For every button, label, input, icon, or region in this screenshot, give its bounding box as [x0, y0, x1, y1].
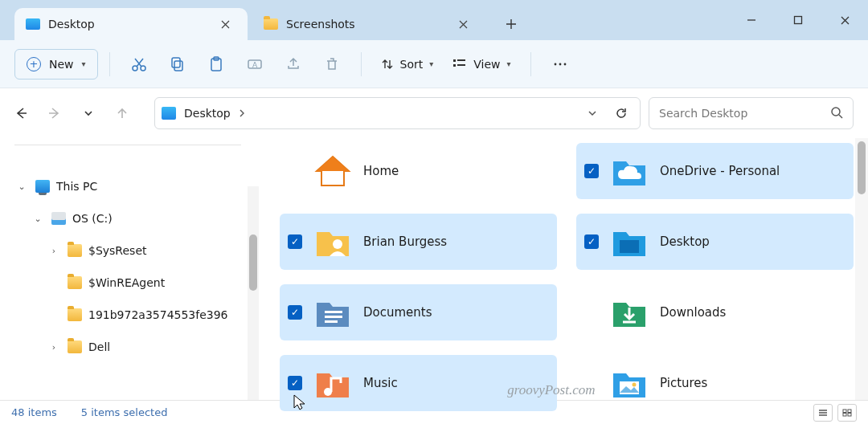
- checkbox-checked[interactable]: ✓: [288, 234, 302, 249]
- copy-icon: [170, 56, 186, 72]
- expand-icon[interactable]: ›: [47, 342, 61, 353]
- tree-label: $SysReset: [88, 244, 146, 257]
- checkbox-empty[interactable]: [584, 305, 599, 320]
- forward-button[interactable]: [39, 97, 71, 129]
- back-button[interactable]: [5, 97, 37, 129]
- tab-desktop[interactable]: Desktop: [14, 8, 248, 40]
- item-brian-burgess[interactable]: ✓ Brian Burgess: [280, 214, 557, 270]
- checkbox-empty[interactable]: [288, 164, 302, 178]
- minimize-icon: [747, 15, 756, 25]
- rename-icon: A: [247, 56, 263, 72]
- tab-label: Desktop: [48, 18, 95, 31]
- breadcrumb-label: Desktop: [184, 107, 231, 120]
- delete-button[interactable]: [314, 49, 350, 80]
- maximize-icon: [793, 15, 803, 25]
- refresh-icon: [615, 107, 628, 120]
- tree-node-sysreset[interactable]: › $SysReset: [3, 234, 256, 267]
- tab-close-button[interactable]: [452, 13, 474, 35]
- svg-point-11: [554, 63, 556, 65]
- folder-icon: [68, 308, 82, 321]
- item-desktop[interactable]: ✓ Desktop: [576, 214, 854, 270]
- search-placeholder: Search Desktop: [659, 107, 747, 120]
- chevron-down-icon: ▾: [507, 59, 511, 68]
- item-label: Documents: [363, 305, 432, 320]
- cursor-icon: [293, 393, 307, 411]
- close-window-button[interactable]: [821, 0, 868, 40]
- checkbox-checked[interactable]: ✓: [288, 305, 302, 320]
- item-downloads[interactable]: Downloads: [576, 284, 854, 340]
- collapse-icon[interactable]: ⌄: [31, 214, 45, 224]
- minimize-button[interactable]: [728, 0, 775, 40]
- title-bar: Desktop Screenshots: [0, 0, 868, 40]
- tree-node-this-pc[interactable]: ⌄ This PC: [3, 170, 256, 202]
- close-icon: [221, 20, 230, 29]
- tab-screenshots[interactable]: Screenshots: [252, 8, 485, 40]
- refresh-button[interactable]: [609, 97, 633, 129]
- up-button[interactable]: [106, 97, 138, 129]
- desktop-icon: [26, 18, 40, 30]
- share-button[interactable]: [276, 49, 311, 80]
- collapse-icon[interactable]: ⌄: [14, 181, 29, 192]
- downloads-folder-icon: [610, 295, 649, 330]
- tree-node-os-c[interactable]: ⌄ OS (C:): [3, 202, 256, 234]
- chevron-down-icon: [84, 108, 93, 118]
- item-label: Brian Burgess: [363, 234, 447, 249]
- recent-locations-button[interactable]: [72, 97, 104, 129]
- tree-node-longfolder[interactable]: 191b972a3574553fe396: [3, 299, 256, 331]
- plus-circle-icon: +: [27, 57, 41, 71]
- new-button[interactable]: + New ▾: [14, 49, 98, 80]
- svg-rect-25: [843, 413, 846, 416]
- checkbox-checked[interactable]: ✓: [584, 164, 599, 178]
- maximize-button[interactable]: [775, 0, 821, 40]
- tree-label: $WinREAgent: [88, 276, 165, 289]
- item-count: 48 items: [11, 406, 57, 418]
- scrollbar-thumb[interactable]: [249, 234, 257, 291]
- close-icon: [459, 20, 468, 29]
- search-box[interactable]: Search Desktop: [649, 97, 854, 129]
- address-bar[interactable]: Desktop: [154, 97, 641, 129]
- item-home[interactable]: Home: [280, 143, 557, 199]
- tree-scrollbar[interactable]: [248, 186, 259, 400]
- address-history-button[interactable]: [580, 97, 604, 129]
- svg-rect-17: [325, 316, 342, 318]
- new-tab-button[interactable]: [497, 10, 526, 39]
- share-icon: [285, 56, 301, 72]
- content-scrollbar[interactable]: [855, 138, 868, 400]
- item-pictures[interactable]: Pictures: [576, 355, 854, 411]
- close-icon: [840, 15, 850, 26]
- sort-label: Sort: [400, 58, 424, 71]
- sort-button[interactable]: Sort ▾: [373, 49, 442, 80]
- svg-point-22: [633, 383, 637, 387]
- paste-button[interactable]: [199, 49, 234, 80]
- tab-close-button[interactable]: [214, 13, 236, 35]
- view-label: View: [473, 58, 500, 71]
- svg-rect-0: [795, 17, 802, 24]
- checkbox-checked[interactable]: ✓: [288, 376, 302, 390]
- view-button[interactable]: View ▾: [444, 49, 518, 80]
- item-onedrive[interactable]: ✓ OneDrive - Personal: [576, 143, 854, 199]
- separator: [109, 52, 110, 76]
- checkbox-empty[interactable]: [584, 376, 599, 390]
- item-documents[interactable]: ✓ Documents: [280, 284, 557, 340]
- breadcrumb-item[interactable]: Desktop: [184, 107, 245, 120]
- chevron-right-icon: [239, 109, 245, 117]
- separator: [361, 52, 362, 76]
- item-music[interactable]: ✓ Music: [280, 355, 557, 411]
- drive-icon: [51, 212, 66, 225]
- copy-button[interactable]: [160, 49, 195, 80]
- tree-node-winreagent[interactable]: $WinREAgent: [3, 267, 256, 299]
- checkbox-checked[interactable]: ✓: [584, 234, 599, 249]
- scrollbar-thumb[interactable]: [858, 141, 866, 194]
- svg-rect-9: [453, 59, 456, 62]
- chevron-down-icon: ▾: [429, 59, 433, 68]
- cut-button[interactable]: [121, 49, 157, 80]
- folder-icon: [68, 340, 82, 353]
- tree-label: OS (C:): [72, 212, 113, 225]
- tab-label: Screenshots: [286, 18, 355, 31]
- more-button[interactable]: [542, 49, 578, 80]
- item-label: Pictures: [660, 376, 707, 390]
- content-pane: Home ✓ Brian Burgess ✓ Documents: [259, 138, 868, 400]
- rename-button[interactable]: A: [237, 49, 272, 80]
- expand-icon[interactable]: ›: [47, 246, 61, 256]
- tree-node-dell[interactable]: › Dell: [3, 331, 256, 363]
